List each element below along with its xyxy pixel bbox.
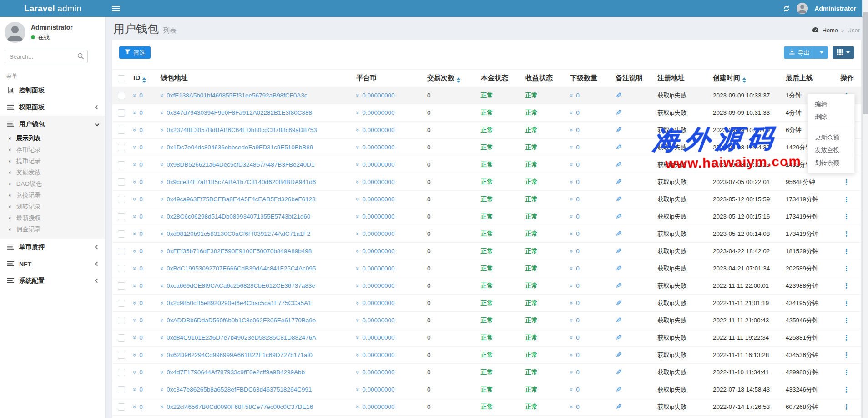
expand-chevron-icon[interactable]: »: [131, 319, 138, 322]
row-actions-dots-icon[interactable]: ⋮: [840, 195, 853, 203]
expand-chevron-icon[interactable]: »: [131, 198, 138, 201]
expand-chevron-icon[interactable]: »: [159, 319, 166, 322]
expand-chevron-icon[interactable]: »: [131, 405, 138, 408]
expand-chevron-icon[interactable]: »: [354, 319, 361, 322]
row-checkbox[interactable]: [118, 403, 125, 411]
expand-chevron-icon[interactable]: »: [131, 353, 138, 357]
expand-chevron-icon[interactable]: »: [159, 371, 166, 374]
row-checkbox[interactable]: [118, 230, 125, 238]
breadcrumb-home-link[interactable]: Home: [822, 27, 838, 34]
sort-icon[interactable]: [142, 77, 146, 83]
expand-chevron-icon[interactable]: »: [159, 111, 166, 114]
expand-chevron-icon[interactable]: »: [354, 163, 361, 166]
row-checkbox[interactable]: [118, 334, 125, 342]
scrollbar-thumb[interactable]: [863, 12, 868, 114]
expand-chevron-icon[interactable]: »: [159, 128, 166, 132]
sidebar-item-system-config[interactable]: 系统配置: [0, 272, 105, 289]
expand-chevron-icon[interactable]: »: [354, 232, 361, 235]
expand-chevron-icon[interactable]: »: [354, 371, 361, 374]
expand-chevron-icon[interactable]: »: [159, 301, 166, 305]
row-actions-dots-icon[interactable]: ⋮: [840, 299, 853, 307]
edit-note-pencil-icon[interactable]: ✎: [616, 299, 621, 307]
expand-chevron-icon[interactable]: »: [354, 388, 361, 391]
row-actions-dots-icon[interactable]: ⋮: [840, 178, 853, 186]
expand-chevron-icon[interactable]: »: [131, 388, 138, 391]
expand-chevron-icon[interactable]: »: [354, 146, 361, 149]
expand-chevron-icon[interactable]: »: [354, 301, 361, 305]
row-actions-dots-icon[interactable]: ⋮: [840, 282, 853, 290]
expand-chevron-icon[interactable]: »: [568, 284, 575, 287]
expand-chevron-icon[interactable]: »: [354, 198, 361, 201]
row-actions-dots-icon[interactable]: ⋮: [840, 334, 853, 342]
row-menu-item-airdrop[interactable]: 发放空投: [808, 144, 854, 157]
edit-note-pencil-icon[interactable]: ✎: [616, 333, 621, 342]
expand-chevron-icon[interactable]: »: [159, 215, 166, 218]
user-avatar[interactable]: [797, 3, 808, 14]
edit-note-pencil-icon[interactable]: ✎: [616, 368, 621, 377]
vertical-scrollbar[interactable]: [862, 0, 868, 418]
row-checkbox[interactable]: [118, 282, 125, 290]
expand-chevron-icon[interactable]: »: [354, 336, 361, 339]
expand-chevron-icon[interactable]: »: [568, 232, 575, 235]
expand-chevron-icon[interactable]: »: [159, 163, 166, 166]
expand-chevron-icon[interactable]: »: [159, 146, 166, 149]
row-checkbox[interactable]: [118, 317, 125, 324]
column-header-tx[interactable]: 交易次数: [422, 70, 475, 87]
sort-icon[interactable]: [742, 77, 746, 83]
expand-chevron-icon[interactable]: »: [131, 111, 138, 114]
expand-chevron-icon[interactable]: »: [354, 284, 361, 287]
edit-note-pencil-icon[interactable]: ✎: [616, 91, 621, 100]
expand-chevron-icon[interactable]: »: [159, 388, 166, 391]
expand-chevron-icon[interactable]: »: [159, 405, 166, 408]
edit-note-pencil-icon[interactable]: ✎: [616, 385, 621, 394]
app-logo[interactable]: Laravel admin: [0, 4, 106, 14]
navbar-username[interactable]: Administrator: [814, 5, 856, 12]
expand-chevron-icon[interactable]: »: [159, 336, 166, 339]
expand-chevron-icon[interactable]: »: [354, 180, 361, 184]
hamburger-menu-icon[interactable]: [112, 5, 120, 13]
row-actions-dots-icon[interactable]: ⋮: [840, 386, 853, 393]
edit-note-pencil-icon[interactable]: ✎: [616, 316, 621, 325]
edit-note-pencil-icon[interactable]: ✎: [616, 281, 621, 290]
sidebar-item-latest-auth[interactable]: ◐最新授权: [0, 212, 105, 224]
edit-note-pencil-icon[interactable]: ✎: [616, 212, 621, 221]
sidebar-item-exchange-records[interactable]: ◐兑换记录: [0, 189, 105, 201]
filter-button[interactable]: 筛选: [119, 46, 151, 59]
expand-chevron-icon[interactable]: »: [568, 215, 575, 218]
row-menu-item-delete[interactable]: 删除: [808, 111, 854, 123]
row-checkbox[interactable]: [118, 386, 125, 393]
row-actions-dots-icon[interactable]: ⋮: [840, 247, 853, 255]
column-header-created[interactable]: 创建时间: [707, 70, 780, 87]
row-actions-dots-icon[interactable]: ⋮: [840, 351, 853, 359]
expand-chevron-icon[interactable]: »: [354, 94, 361, 97]
row-actions-dots-icon[interactable]: ⋮: [840, 368, 853, 376]
expand-chevron-icon[interactable]: »: [131, 284, 138, 287]
row-checkbox[interactable]: [118, 127, 125, 134]
expand-chevron-icon[interactable]: »: [568, 301, 575, 305]
column-header-id[interactable]: ID: [128, 70, 155, 87]
edit-note-pencil-icon[interactable]: ✎: [616, 108, 621, 117]
expand-chevron-icon[interactable]: »: [568, 336, 575, 339]
sidebar-item-deposit-records[interactable]: ◐存币记录: [0, 144, 105, 155]
row-checkbox[interactable]: [118, 178, 125, 186]
expand-chevron-icon[interactable]: »: [131, 215, 138, 218]
expand-chevron-icon[interactable]: »: [159, 198, 166, 201]
row-checkbox[interactable]: [118, 161, 125, 168]
expand-chevron-icon[interactable]: »: [568, 163, 575, 166]
column-selector-button[interactable]: [833, 46, 854, 59]
sidebar-item-transfer-records[interactable]: ◐划转记录: [0, 201, 105, 212]
expand-chevron-icon[interactable]: »: [159, 267, 166, 270]
expand-chevron-icon[interactable]: »: [568, 111, 575, 114]
expand-chevron-icon[interactable]: »: [131, 267, 138, 270]
refresh-icon[interactable]: [783, 5, 790, 12]
expand-chevron-icon[interactable]: »: [568, 353, 575, 357]
row-checkbox[interactable]: [118, 144, 125, 151]
search-icon[interactable]: [77, 53, 84, 60]
expand-chevron-icon[interactable]: »: [354, 267, 361, 270]
expand-chevron-icon[interactable]: »: [131, 336, 138, 339]
expand-chevron-icon[interactable]: »: [354, 128, 361, 132]
search-input[interactable]: [5, 50, 88, 63]
edit-note-pencil-icon[interactable]: ✎: [616, 178, 621, 186]
expand-chevron-icon[interactable]: »: [159, 180, 166, 184]
expand-chevron-icon[interactable]: »: [568, 267, 575, 270]
